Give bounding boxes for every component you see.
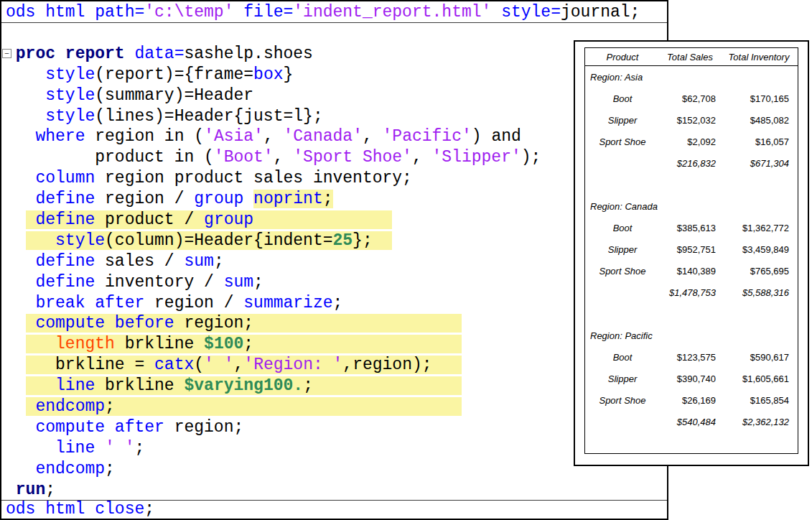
code-token: define — [35, 273, 95, 292]
code-line[interactable]: column region product sales inventory; — [1, 168, 667, 189]
product-data-row: Slipper$152,032$485,082 — [585, 109, 798, 131]
report-output-window: Product Total Sales Total Inventory Regi… — [574, 40, 809, 466]
code-line[interactable]: ods html close; — [1, 500, 667, 517]
code-token — [6, 335, 26, 353]
code-token — [26, 376, 55, 395]
code-token — [491, 3, 501, 22]
code-token: endcomp — [35, 397, 105, 416]
code-token: group — [204, 210, 253, 229]
code-line[interactable]: break after region / summarize; — [1, 293, 667, 314]
code-token — [6, 127, 35, 146]
code-token — [6, 273, 35, 292]
report-table: Product Total Sales Total Inventory Regi… — [584, 47, 798, 454]
code-token — [6, 439, 55, 458]
code-line[interactable]: define product / group — [1, 210, 667, 231]
product-data-row: Boot$62,708$170,165 — [585, 88, 798, 109]
code-token: ; — [303, 376, 313, 395]
code-token — [26, 231, 55, 250]
code-token: sales / — [95, 252, 184, 271]
product-cell: Slipper — [585, 373, 660, 384]
code-token: break after — [35, 294, 144, 312]
code-line[interactable]: style(summary)=Header — [1, 85, 667, 106]
region-label-row: Region: Asia — [585, 66, 798, 88]
code-token: 'c:\temp' — [144, 3, 233, 22]
inventory-cell: $485,082 — [720, 115, 798, 126]
code-token: region in ( — [85, 127, 204, 146]
code-line[interactable] — [1, 23, 667, 44]
code-token: line — [55, 439, 95, 458]
code-token: where — [35, 127, 85, 146]
sales-cell: $952,751 — [660, 244, 720, 255]
product-cell: Sport Shoe — [585, 266, 660, 277]
code-token: brkline — [115, 335, 204, 353]
code-line[interactable]: length brkline $100; — [1, 334, 667, 355]
code-token: $100 — [204, 335, 243, 353]
code-token: style= — [501, 3, 561, 22]
code-line[interactable]: brkline = catx(' ','Region: ',region); — [1, 355, 667, 376]
code-line[interactable]: proc report data=sashelp.shoes− — [1, 44, 667, 65]
code-token: define — [35, 190, 95, 208]
code-token: region; — [174, 314, 253, 333]
code-token — [253, 210, 392, 229]
code-token: ( — [194, 356, 204, 374]
code-line[interactable]: compute before region; — [1, 313, 667, 334]
sales-cell: $152,032 — [660, 115, 720, 126]
report-body: Region: AsiaBoot$62,708$170,165Slipper$1… — [585, 66, 798, 454]
code-token: region; — [164, 418, 243, 437]
region-summary-row: $540,484$2,362,132 — [585, 411, 798, 432]
code-token: proc report — [16, 45, 125, 63]
code-token: ) and — [472, 127, 521, 146]
code-token: 'Region: ' — [243, 356, 342, 374]
code-token: (report)={frame= — [95, 65, 253, 84]
code-token: , — [234, 356, 244, 374]
code-token: 'Slipper' — [432, 148, 521, 167]
code-line[interactable]: ods html path='c:\temp' file='indent_rep… — [1, 1, 667, 23]
code-token: 25 — [333, 231, 353, 250]
code-token — [6, 231, 26, 250]
code-token: run — [16, 480, 45, 499]
code-token: ; — [144, 500, 154, 519]
code-token: group — [194, 190, 243, 208]
fold-collapse-icon[interactable]: − — [2, 49, 11, 58]
code-token: ; — [214, 252, 224, 271]
code-line[interactable]: compute after region; — [1, 417, 667, 438]
code-line[interactable]: style(column)=Header{indent=25}; — [1, 231, 667, 251]
code-token: journal; — [561, 3, 640, 22]
code-line[interactable]: endcomp; — [1, 396, 667, 417]
code-line[interactable]: where region in ('Asia', 'Canada', 'Paci… — [1, 126, 667, 147]
code-token: style — [45, 107, 95, 126]
sales-cell: $123,575 — [660, 352, 720, 363]
code-token: sum — [184, 252, 213, 271]
code-token: 'Asia' — [204, 127, 263, 146]
code-line[interactable]: run; — [1, 480, 667, 501]
sales-cell: $385,613 — [660, 223, 720, 233]
code-line[interactable]: style(lines)=Header{just=l}; — [1, 106, 667, 127]
inventory-cell: $170,165 — [720, 93, 798, 104]
code-line[interactable]: style(report)={frame=box} — [1, 65, 667, 85]
inventory-cell: $1,362,772 — [720, 223, 798, 233]
code-token: ; — [253, 273, 263, 292]
blank-spacer-row — [585, 174, 798, 195]
code-line[interactable]: define sales / sum; — [1, 251, 667, 272]
code-line[interactable]: endcomp; — [1, 459, 667, 480]
code-line[interactable]: define inventory / sum; — [1, 272, 667, 293]
sales-cell: $390,740 — [660, 373, 720, 384]
inventory-total-cell: $671,304 — [720, 158, 798, 169]
code-token: ; — [243, 335, 253, 353]
region-label-row: Region: Pacific — [585, 325, 798, 346]
code-token: compute after — [35, 418, 164, 437]
code-line[interactable]: product in ('Boot', 'Sport Shoe', 'Slipp… — [1, 147, 667, 168]
code-token: sashelp.shoes — [184, 45, 312, 63]
header-total-inventory: Total Inventory — [720, 52, 798, 62]
code-line[interactable]: line ' '; — [1, 438, 667, 459]
product-data-row: Boot$123,575$590,617 — [585, 346, 798, 368]
code-token: length — [55, 335, 115, 353]
code-token: , — [363, 127, 383, 146]
sas-code-editor-window[interactable]: ods html path='c:\temp' file='indent_rep… — [0, 0, 668, 520]
code-line[interactable]: line brkline $varying100.; — [1, 376, 667, 396]
inventory-cell: $3,459,849 — [720, 244, 798, 255]
product-data-row: Slipper$952,751$3,459,849 — [585, 238, 798, 260]
code-line[interactable]: define region / group noprint; — [1, 189, 667, 210]
code-token — [6, 460, 35, 478]
code-token: inventory / — [95, 273, 223, 292]
